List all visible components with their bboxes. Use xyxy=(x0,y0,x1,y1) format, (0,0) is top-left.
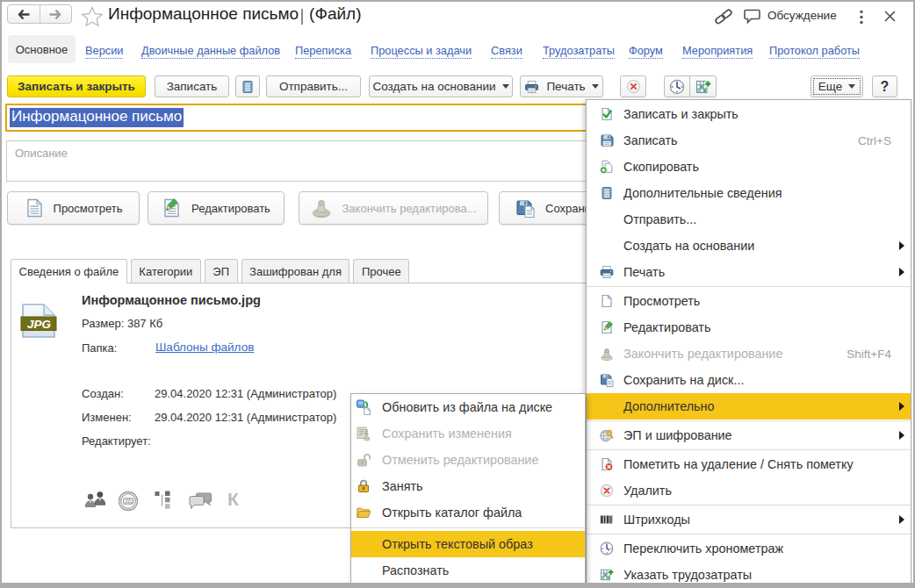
svg-text:JPG: JPG xyxy=(27,318,52,331)
